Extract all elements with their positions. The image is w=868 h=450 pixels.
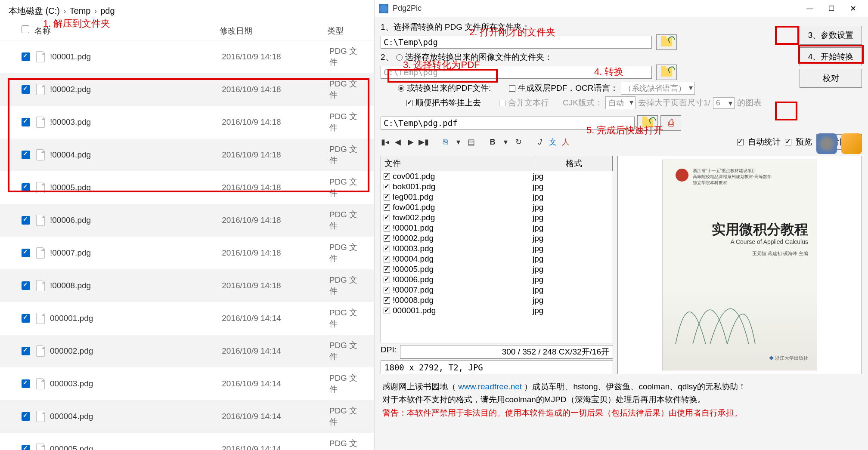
font-icon[interactable]: 文 (549, 138, 557, 146)
bold-icon[interactable]: B (488, 138, 497, 146)
list-checkbox[interactable] (384, 184, 390, 190)
bookmark-checkbox[interactable] (406, 100, 413, 106)
list-checkbox[interactable] (384, 297, 390, 304)
output-pdf-radio[interactable] (398, 85, 404, 92)
chevron-down-icon[interactable]: ▾ (501, 138, 510, 146)
list-row[interactable]: !00007.pdg jpg (381, 285, 613, 295)
list-row[interactable]: leg001.pdg jpg (381, 192, 613, 202)
list-checkbox[interactable] (384, 173, 390, 180)
file-checkbox[interactable] (22, 412, 30, 421)
prev-icon[interactable]: ◀ (394, 138, 402, 146)
file-checkbox[interactable] (22, 379, 30, 388)
file-checkbox[interactable] (22, 216, 30, 225)
proofread-button[interactable]: 校对 (800, 69, 862, 88)
italic-icon[interactable]: J (536, 138, 544, 146)
file-row[interactable]: !00005.pdg 2016/10/9 14:18 PDG 文件 (0, 171, 374, 204)
merge-text-checkbox[interactable] (499, 100, 505, 106)
breadcrumb-part[interactable]: Temp (70, 6, 91, 16)
file-checkbox[interactable] (22, 249, 30, 257)
file-checkbox[interactable] (22, 347, 30, 355)
conversion-file-list: 文件 格式 cov001.pdg jpg bok001.pdg jpg leg0… (381, 156, 613, 374)
list-checkbox[interactable] (384, 246, 390, 252)
pdf-icon[interactable]: 人 (561, 138, 570, 146)
maximize-button[interactable] (821, 2, 842, 15)
cjk-select[interactable]: 自动 (605, 96, 636, 109)
select-all-checkbox[interactable] (22, 25, 29, 33)
list-checkbox[interactable] (384, 215, 390, 221)
list-header-file[interactable]: 文件 (381, 156, 535, 171)
file-checkbox[interactable] (22, 151, 30, 159)
dual-pdf-checkbox[interactable] (509, 85, 515, 92)
file-row[interactable]: 000003.pdg 2016/10/9 14:14 PDG 文件 (0, 367, 374, 400)
list-checkbox[interactable] (384, 194, 390, 200)
file-row[interactable]: !00008.pdg 2016/10/9 14:18 PDG 文件 (0, 269, 374, 302)
chevron-down-icon[interactable]: ▾ (454, 138, 462, 146)
column-type[interactable]: 类型 (327, 25, 366, 37)
file-checkbox[interactable] (22, 445, 30, 450)
settings-icon[interactable] (816, 133, 837, 154)
start-convert-button[interactable]: 4、开始转换 (800, 47, 862, 66)
stack-icon[interactable]: ▤ (467, 138, 475, 146)
list-row[interactable]: cov001.pdg jpg (381, 171, 613, 182)
minimize-button[interactable] (799, 2, 821, 15)
params-button[interactable]: 3、参数设置 (800, 26, 862, 45)
copy-icon[interactable]: ⎘ (441, 138, 450, 146)
close-button[interactable] (842, 2, 864, 15)
list-row[interactable]: !00008.pdg jpg (381, 295, 613, 305)
list-row[interactable]: !00004.pdg jpg (381, 254, 613, 264)
file-row[interactable]: 000002.pdg 2016/10/9 14:14 PDG 文件 (0, 335, 374, 367)
file-row[interactable]: !00007.pdg 2016/10/9 14:18 PDG 文件 (0, 237, 374, 269)
list-row[interactable]: 000001.pdg jpg (381, 305, 613, 316)
browse-output-button[interactable] (656, 65, 677, 80)
file-checkbox[interactable] (22, 281, 30, 290)
list-checkbox[interactable] (384, 235, 390, 242)
file-row[interactable]: !00002.pdg 2016/10/9 14:18 PDG 文件 (0, 73, 374, 106)
breadcrumb-part[interactable]: 本地磁盘 (C:) (9, 5, 60, 17)
list-header-format[interactable]: 格式 (535, 156, 613, 171)
browse-source-button[interactable] (656, 34, 677, 50)
preview-checkbox[interactable] (785, 139, 791, 145)
list-row[interactable]: fow002.pdg jpg (381, 213, 613, 223)
app-title: Pdg2Pic (393, 4, 799, 13)
last-icon[interactable]: ▶▮ (419, 138, 428, 146)
column-date[interactable]: 修改日期 (220, 25, 327, 37)
rotate-icon[interactable]: ↻ (514, 138, 523, 146)
ocr-language-select[interactable]: （系统缺省语言） (621, 82, 695, 95)
file-type: PDG 文件 (329, 111, 366, 133)
list-row[interactable]: !00005.pdg jpg (381, 264, 613, 274)
file-row[interactable]: 000005.pdg 2016/10/9 14:14 PDG 文件 (0, 433, 374, 450)
list-checkbox[interactable] (384, 287, 390, 293)
list-row[interactable]: bok001.pdg jpg (381, 182, 613, 192)
remove-large-select[interactable]: 6 (713, 97, 735, 109)
file-checkbox[interactable] (22, 85, 30, 94)
list-checkbox[interactable] (384, 277, 390, 283)
tools-icon[interactable] (841, 133, 862, 154)
next-icon[interactable]: ▶ (406, 138, 415, 146)
list-row[interactable]: !00001.pdg jpg (381, 223, 613, 233)
file-checkbox[interactable] (22, 52, 30, 61)
list-row[interactable]: fow001.pdg jpg (381, 202, 613, 213)
auto-stat-checkbox[interactable] (737, 139, 744, 145)
file-row[interactable]: !00001.pdg 2016/10/9 14:18 PDG 文件 (0, 40, 374, 73)
readfree-link[interactable]: www.readfree.net (458, 382, 522, 391)
list-checkbox[interactable] (384, 266, 390, 273)
list-row[interactable]: !00003.pdg jpg (381, 243, 613, 254)
list-checkbox[interactable] (384, 204, 390, 211)
open-pdf-button[interactable]: ⎙ (660, 115, 681, 131)
file-checkbox[interactable] (22, 314, 30, 323)
list-checkbox[interactable] (384, 308, 390, 314)
file-row[interactable]: 000004.pdg 2016/10/9 14:14 PDG 文件 (0, 400, 374, 433)
list-checkbox[interactable] (384, 225, 390, 231)
output-images-radio[interactable] (396, 54, 403, 61)
list-checkbox[interactable] (384, 256, 390, 262)
list-row[interactable]: !00006.pdg jpg (381, 274, 613, 285)
first-icon[interactable]: ▮◂ (381, 138, 389, 146)
breadcrumb-part[interactable]: pdg (100, 6, 115, 16)
file-row[interactable]: !00006.pdg 2016/10/9 14:18 PDG 文件 (0, 204, 374, 237)
file-checkbox[interactable] (22, 118, 30, 126)
file-row[interactable]: 000001.pdg 2016/10/9 14:14 PDG 文件 (0, 302, 374, 335)
list-row[interactable]: !00002.pdg jpg (381, 233, 613, 243)
file-row[interactable]: !00004.pdg 2016/10/9 14:18 PDG 文件 (0, 139, 374, 171)
file-checkbox[interactable] (22, 183, 30, 192)
file-row[interactable]: !00003.pdg 2016/10/9 14:18 PDG 文件 (0, 106, 374, 139)
